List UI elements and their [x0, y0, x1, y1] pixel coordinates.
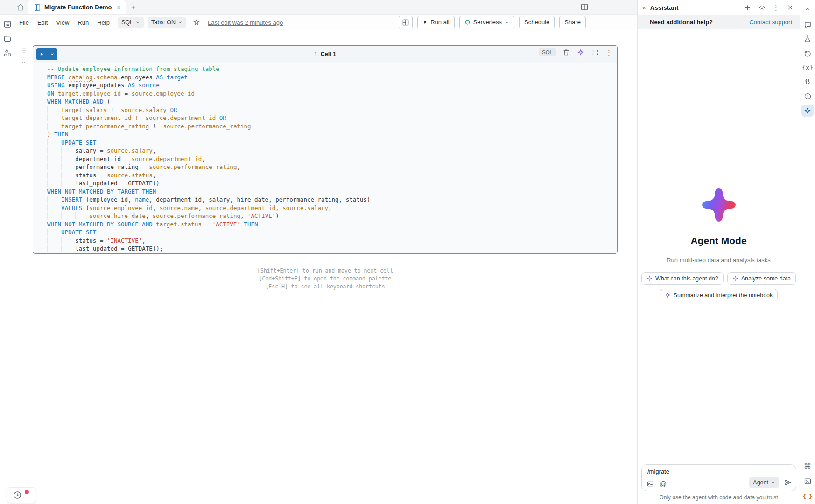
table-of-contents-icon[interactable] [3, 20, 12, 29]
variables-code-icon[interactable]: {x} [801, 61, 814, 73]
compute-selector[interactable]: Serverless [459, 16, 514, 28]
agent-mode-logo [701, 187, 737, 223]
results-layout-button[interactable] [399, 16, 413, 28]
code-line[interactable]: ) THEN [47, 130, 617, 139]
menu-run[interactable]: Run [73, 17, 93, 28]
code-line[interactable]: -- Update employee information from stag… [47, 65, 617, 73]
tab-title: Migrate Function Demo [44, 4, 112, 11]
collapse-rail-chevron-icon[interactable] [801, 3, 814, 15]
code-line[interactable]: INSERT (employee_id, name, department_id… [47, 196, 617, 204]
mention-at-icon[interactable]: @ [660, 480, 667, 488]
cell-language-badge[interactable]: SQL [539, 48, 556, 56]
folder-icon[interactable] [3, 34, 12, 43]
language-selector[interactable]: SQL [118, 17, 144, 28]
suggestion-what-can-agent-do[interactable]: What can this agent do? [641, 272, 724, 285]
comments-icon[interactable] [801, 19, 814, 31]
code-line[interactable]: last_updated = GETDATE(); [47, 245, 617, 253]
attach-image-icon[interactable] [646, 480, 654, 488]
home-icon[interactable] [12, 0, 28, 14]
code-line[interactable]: source.hire_date, source.performance_rat… [47, 212, 617, 220]
assistant-chat-input[interactable]: @ Agent [641, 464, 796, 491]
settings-gear-icon[interactable] [758, 4, 766, 11]
panel-layout-icon[interactable] [580, 3, 589, 11]
sparkle-icon [646, 275, 653, 281]
favorite-star-icon[interactable] [193, 19, 200, 26]
code-line[interactable]: department_id = source.department_id, [47, 155, 617, 163]
sparkle-icon [665, 292, 671, 298]
expand-cell-icon[interactable] [591, 48, 599, 56]
right-icon-rail: {x} ⌘ { } [800, 0, 815, 504]
cell-drag-handle[interactable] [21, 47, 28, 55]
help-banner: Need additional help? Contact support [638, 15, 800, 29]
schedule-button[interactable]: Schedule [519, 16, 555, 28]
grid-layout-icon [402, 19, 409, 26]
run-options-chevron-icon[interactable] [47, 52, 57, 56]
tabs-toggle[interactable]: Tabs: ON [148, 17, 186, 28]
code-line[interactable]: WHEN NOT MATCHED BY SOURCE AND target.st… [47, 220, 617, 229]
serverless-status-icon [464, 19, 471, 25]
assistant-panel: « Assistant ⋮ Need additional help? Cont… [637, 0, 800, 504]
info-icon[interactable] [801, 90, 814, 102]
version-history-icon[interactable] [801, 47, 814, 59]
code-line[interactable]: USING employee_updates AS source [47, 81, 617, 90]
workflow-shapes-icon[interactable] [3, 48, 12, 57]
code-line[interactable]: salary = source.salary, [47, 147, 617, 155]
tab-close-icon[interactable]: × [117, 4, 120, 11]
code-line[interactable]: target.salary != source.salary OR [47, 106, 617, 114]
code-line[interactable]: status = source.status, [47, 171, 617, 180]
menu-help[interactable]: Help [93, 17, 114, 28]
contact-support-link[interactable]: Contact support [749, 19, 792, 26]
run-all-button[interactable]: Run all [417, 16, 454, 28]
collapse-panel-icon[interactable]: « [642, 4, 646, 11]
menu-file[interactable]: File [15, 17, 33, 28]
share-button[interactable]: Share [559, 16, 586, 28]
new-tab-button[interactable]: + [126, 0, 141, 14]
code-line[interactable]: WHEN MATCHED AND ( [47, 98, 617, 106]
code-line[interactable]: status = 'INACTIVE', [47, 237, 617, 245]
play-icon[interactable] [36, 52, 47, 56]
play-icon [422, 20, 428, 25]
menu-view[interactable]: View [52, 17, 73, 28]
code-line[interactable]: target.performance_rating != source.perf… [47, 122, 617, 131]
notebook-actions: Run all Serverless Schedule Share [399, 16, 586, 28]
notification-dot [25, 490, 29, 494]
chevron-down-icon [135, 20, 140, 25]
experiments-flask-icon[interactable] [801, 33, 814, 45]
suggestion-summarize-notebook[interactable]: Summarize and interpret the notebook [660, 289, 778, 301]
code-line[interactable]: MERGE catalog.schema.employees AS target [47, 73, 617, 82]
cell-title-text[interactable]: Cell 1 [321, 51, 336, 57]
environment-sliders-icon[interactable] [801, 76, 814, 88]
recents-notification-button[interactable] [7, 487, 36, 503]
keyboard-hints: [Shift+Enter] to run and move to next ce… [33, 267, 618, 291]
chevron-down-icon [178, 20, 183, 25]
code-line[interactable]: UPDATE SET [47, 228, 617, 237]
assistant-menu-kebab-icon[interactable]: ⋮ [773, 4, 780, 11]
last-edit-status[interactable]: Last edit was 2 minutes ago [208, 19, 283, 26]
code-line[interactable]: WHEN NOT MATCHED BY TARGET THEN [47, 188, 617, 196]
code-area[interactable]: -- Update employee information from stag… [33, 63, 617, 253]
notebook-tab[interactable]: Migrate Function Demo × [28, 0, 126, 14]
shortcuts-cmd-icon[interactable]: ⌘ [801, 460, 814, 472]
cell-menu-kebab-icon[interactable]: ⋮ [605, 49, 612, 56]
mode-selector-agent[interactable]: Agent [749, 477, 779, 488]
notebook-cell: 1: Cell 1 SQL ⋮ -- Update employee infor… [33, 45, 618, 254]
code-line[interactable]: ON target.employee_id = source.employee_… [47, 90, 617, 98]
code-line[interactable]: performance_rating = source.performance_… [47, 163, 617, 171]
delete-cell-icon[interactable] [562, 48, 570, 56]
chat-text-input[interactable] [647, 468, 741, 475]
assistant-sparkle-icon[interactable] [576, 48, 585, 56]
send-icon[interactable] [784, 478, 792, 487]
cell-collapse-chevron-icon[interactable] [21, 59, 27, 65]
code-line[interactable]: last_updated = GETDATE() [47, 179, 617, 188]
suggestion-analyze-data[interactable]: Analyze some data [727, 272, 796, 285]
code-line[interactable]: VALUES (source.employee_id, source.name,… [47, 204, 617, 212]
terminal-icon[interactable] [801, 475, 814, 487]
code-line[interactable]: target.department_id != source.departmen… [47, 114, 617, 122]
new-thread-icon[interactable] [744, 4, 751, 11]
menu-edit[interactable]: Edit [33, 17, 52, 28]
code-line[interactable]: UPDATE SET [47, 139, 617, 147]
web-terminal-braces-icon[interactable]: { } [801, 490, 814, 502]
assistant-rail-sparkle-icon[interactable] [801, 105, 814, 117]
close-panel-icon[interactable] [787, 4, 794, 11]
run-cell-button[interactable] [36, 48, 57, 60]
